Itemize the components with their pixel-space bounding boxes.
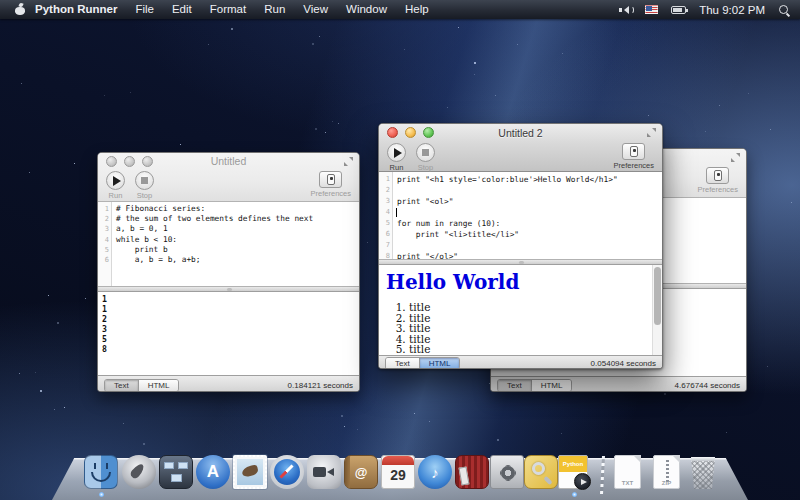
spotlight-icon[interactable]: [778, 4, 790, 16]
list-item: title: [409, 323, 662, 334]
tab-text[interactable]: Text: [386, 358, 419, 369]
stop-icon: [416, 143, 435, 162]
window-header: Untitled Run Stop: [98, 153, 359, 202]
dock-mission-control-icon[interactable]: [159, 455, 193, 489]
dock-facetime-icon[interactable]: [307, 455, 341, 489]
preferences-icon: [706, 167, 729, 184]
html-output-pane[interactable]: Hello World title title title title titl…: [379, 265, 662, 355]
run-button[interactable]: Run: [387, 143, 406, 172]
title-bar[interactable]: Untitled: [98, 153, 359, 169]
input-source-flag-icon[interactable]: [645, 5, 658, 14]
scrollbar-thumb[interactable]: [654, 267, 661, 325]
dock-ical-icon[interactable]: 29: [381, 455, 415, 489]
status-bar: Text HTML 0.054094 seconds: [379, 355, 662, 369]
list-item: title: [409, 313, 662, 324]
dock-app-store-icon[interactable]: A: [196, 455, 230, 489]
dock-contacts-icon[interactable]: @: [344, 455, 378, 489]
tab-html[interactable]: HTML: [419, 358, 460, 369]
preferences-button[interactable]: Preferences: [614, 143, 654, 170]
dock-zip-file-icon[interactable]: ZIP: [653, 455, 680, 489]
apple-menu[interactable]: [6, 4, 26, 15]
menu-edit[interactable]: Edit: [163, 0, 201, 19]
list-item: title: [409, 355, 662, 356]
dock-safari-icon[interactable]: [270, 455, 304, 489]
play-icon: [106, 171, 125, 190]
apple-icon: [15, 4, 17, 15]
zoom-button[interactable]: [142, 156, 153, 167]
window-header: Untitled 2 Run Stop: [379, 124, 662, 172]
line-number-gutter: 1 2 3 4 5 6 7 8: [379, 172, 393, 259]
running-indicator-python-runner: [572, 492, 577, 497]
output-text: 1 1 2 3 5 8: [98, 292, 359, 354]
timing-label: 0.184121 seconds: [288, 381, 353, 390]
minimize-button[interactable]: [405, 127, 416, 138]
preferences-button[interactable]: Preferences: [698, 167, 738, 194]
preferences-icon: [319, 171, 342, 188]
title-bar[interactable]: Untitled 2: [379, 124, 662, 141]
battery-icon[interactable]: [671, 6, 686, 14]
dock-finder-icon[interactable]: [84, 455, 118, 489]
list-item: title: [409, 334, 662, 345]
text-cursor: [396, 208, 397, 217]
output-mode-segmented-control: Text HTML: [104, 379, 179, 392]
play-icon: [387, 143, 406, 162]
output-mode-segmented-control: Text HTML: [497, 379, 572, 392]
stop-icon: [135, 171, 154, 190]
fullscreen-icon[interactable]: [344, 157, 353, 166]
list-item: title: [409, 302, 662, 313]
dock-mail-icon[interactable]: [233, 455, 267, 489]
menu-window[interactable]: Window: [337, 0, 396, 19]
menu-clock[interactable]: Thu 9:02 PM: [699, 4, 765, 16]
menu-help[interactable]: Help: [396, 0, 438, 19]
menu-bar: Python Runner File Edit Format Run View …: [0, 0, 800, 19]
dock-itunes-icon[interactable]: ♪: [418, 455, 452, 489]
list-item: title: [409, 344, 662, 355]
tab-text[interactable]: Text: [498, 380, 531, 391]
preferences-button[interactable]: Preferences: [311, 171, 351, 198]
dock-launchpad-icon[interactable]: [122, 455, 156, 489]
dock: A @ 29 ♪ Python TXT ZIP: [0, 444, 800, 500]
tab-text[interactable]: Text: [105, 380, 138, 391]
menu-format[interactable]: Format: [201, 0, 255, 19]
menu-run[interactable]: Run: [255, 0, 294, 19]
code-text[interactable]: print "<h1 style='color:blue'>Hello Worl…: [393, 172, 618, 259]
toolbar: Run Stop Preferences: [98, 169, 359, 201]
toolbar: Run Stop Preferences: [379, 141, 662, 171]
stop-button[interactable]: Stop: [135, 171, 154, 200]
desktop-wallpaper: Python Runner File Edit Format Run View …: [0, 0, 800, 500]
vertical-scrollbar[interactable]: [652, 265, 662, 355]
dock-photo-booth-icon[interactable]: [455, 455, 489, 489]
volume-icon[interactable]: [619, 5, 632, 15]
menu-view[interactable]: View: [294, 0, 337, 19]
output-list: title title title title title title: [379, 302, 662, 355]
menu-file[interactable]: File: [126, 0, 163, 19]
code-editor[interactable]: 1 2 3 4 5 6 # Fibonacci series: # the su…: [98, 202, 359, 286]
fullscreen-icon[interactable]: [731, 153, 740, 162]
close-button[interactable]: [106, 156, 117, 167]
preferences-icon: [622, 143, 645, 160]
menu-app-name[interactable]: Python Runner: [26, 0, 126, 19]
tab-html[interactable]: HTML: [138, 380, 179, 391]
minimize-button[interactable]: [124, 156, 135, 167]
status-bar: Text HTML 0.184121 seconds: [98, 375, 359, 392]
output-mode-segmented-control: Text HTML: [385, 357, 460, 369]
window-untitled: Untitled Run Stop: [97, 152, 360, 392]
timing-label: 0.054094 seconds: [591, 359, 656, 368]
output-pane[interactable]: 1 1 2 3 5 8: [98, 292, 359, 375]
stop-button[interactable]: Stop: [416, 143, 435, 172]
running-indicator-finder: [99, 492, 104, 497]
fullscreen-icon[interactable]: [647, 128, 656, 137]
code-editor[interactable]: 1 2 3 4 5 6 7 8 print "<h1 style='color:…: [379, 172, 662, 259]
dock-finder-tool-icon[interactable]: [524, 455, 558, 489]
close-button[interactable]: [387, 127, 398, 138]
dock-python-runner-icon[interactable]: Python: [558, 455, 588, 489]
zoom-button[interactable]: [423, 127, 434, 138]
window-untitled-2: Untitled 2 Run Stop: [378, 123, 663, 369]
line-number-gutter: 1 2 3 4 5 6: [98, 202, 112, 286]
run-button[interactable]: Run: [106, 171, 125, 200]
code-text[interactable]: # Fibonacci series: # the sum of two ele…: [112, 202, 313, 286]
dock-txt-file-icon[interactable]: TXT: [614, 455, 641, 489]
tab-html[interactable]: HTML: [531, 380, 572, 391]
status-bar: Text HTML 4.676744 seconds: [491, 376, 746, 392]
dock-system-preferences-icon[interactable]: [490, 455, 524, 489]
